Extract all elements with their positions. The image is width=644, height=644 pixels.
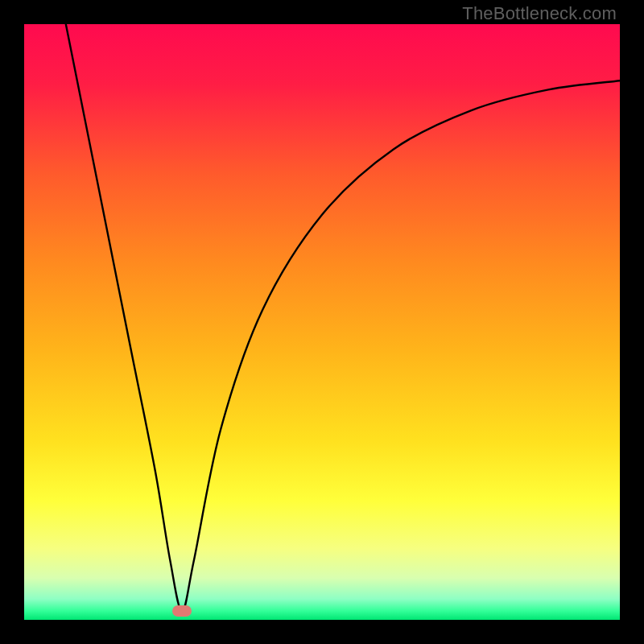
watermark-text: TheBottleneck.com: [462, 3, 617, 24]
chart-area: [24, 24, 620, 620]
optimum-marker: [172, 605, 192, 617]
bottleneck-curve: [24, 24, 620, 620]
